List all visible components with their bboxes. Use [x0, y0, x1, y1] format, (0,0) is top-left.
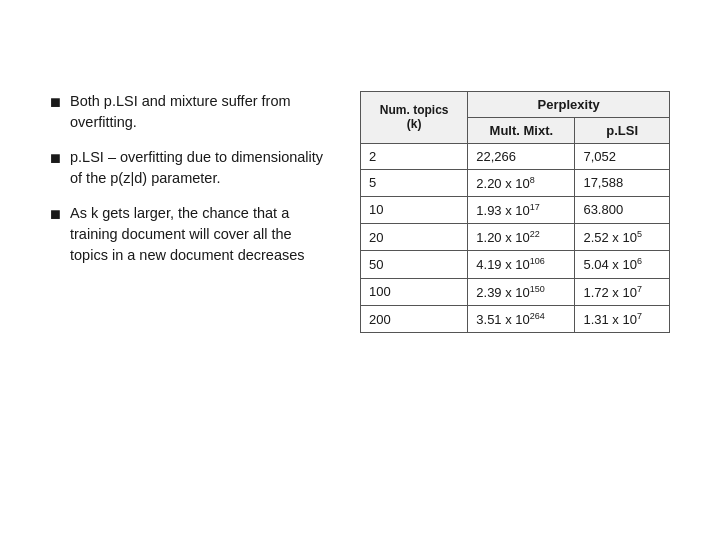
cell-plsi-3: 2.52 x 105 [575, 224, 670, 251]
slide: ■Both p.LSI and mixture suffer from over… [0, 0, 720, 540]
cell-plsi-4: 5.04 x 106 [575, 251, 670, 278]
bullet-dot-1: ■ [50, 147, 70, 170]
cell-k-4: 50 [361, 251, 468, 278]
cell-k-0: 2 [361, 143, 468, 169]
bullet-text-1: p.LSI – overfitting due to dimensionalit… [70, 147, 330, 189]
cell-plsi-1: 17,588 [575, 169, 670, 196]
cell-mult-0: 22,266 [468, 143, 575, 169]
table-row: 222,2667,052 [361, 143, 670, 169]
cell-k-2: 10 [361, 196, 468, 223]
cell-mult-4: 4.19 x 10106 [468, 251, 575, 278]
table-row: 101.93 x 101763.800 [361, 196, 670, 223]
table-container: Num. topics(k) Perplexity Mult. Mixt. p.… [360, 91, 670, 334]
cell-k-3: 20 [361, 224, 468, 251]
cell-k-1: 5 [361, 169, 468, 196]
cell-mult-2: 1.93 x 1017 [468, 196, 575, 223]
table-row: 2003.51 x 102641.31 x 107 [361, 306, 670, 333]
bullet-dot-0: ■ [50, 91, 70, 114]
bullet-dot-2: ■ [50, 203, 70, 226]
slide-title [50, 30, 670, 63]
table-row: 52.20 x 10817,588 [361, 169, 670, 196]
table-row: 1002.39 x 101501.72 x 107 [361, 278, 670, 305]
col-header-k: Num. topics(k) [361, 91, 468, 143]
cell-plsi-0: 7,052 [575, 143, 670, 169]
content-area: ■Both p.LSI and mixture suffer from over… [50, 91, 670, 511]
col-header-perplexity: Perplexity [468, 91, 670, 117]
cell-mult-6: 3.51 x 10264 [468, 306, 575, 333]
cell-mult-3: 1.20 x 1022 [468, 224, 575, 251]
cell-mult-1: 2.20 x 108 [468, 169, 575, 196]
bullet-item-0: ■Both p.LSI and mixture suffer from over… [50, 91, 330, 133]
col-header-mult: Mult. Mixt. [468, 117, 575, 143]
bullet-text-2: As k gets larger, the chance that a trai… [70, 203, 330, 266]
cell-k-5: 100 [361, 278, 468, 305]
col-header-plsi: p.LSI [575, 117, 670, 143]
cell-k-6: 200 [361, 306, 468, 333]
bullet-list: ■Both p.LSI and mixture suffer from over… [50, 91, 330, 280]
cell-plsi-2: 63.800 [575, 196, 670, 223]
results-table: Num. topics(k) Perplexity Mult. Mixt. p.… [360, 91, 670, 334]
cell-plsi-5: 1.72 x 107 [575, 278, 670, 305]
table-row: 201.20 x 10222.52 x 105 [361, 224, 670, 251]
cell-plsi-6: 1.31 x 107 [575, 306, 670, 333]
bullet-item-2: ■As k gets larger, the chance that a tra… [50, 203, 330, 266]
bullet-text-0: Both p.LSI and mixture suffer from overf… [70, 91, 330, 133]
bullet-item-1: ■p.LSI – overfitting due to dimensionali… [50, 147, 330, 189]
table-row: 504.19 x 101065.04 x 106 [361, 251, 670, 278]
cell-mult-5: 2.39 x 10150 [468, 278, 575, 305]
